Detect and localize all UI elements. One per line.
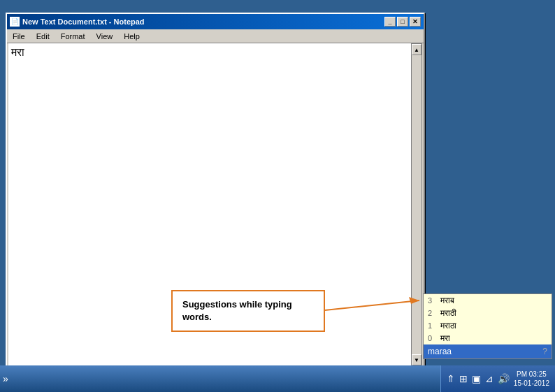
tray-arrows-icon: ⇑ [447, 373, 455, 384]
suggestion-item-0[interactable]: 0 मरा [424, 332, 552, 344]
suggestion-input-row[interactable]: maraa ? [424, 344, 552, 358]
suggestion-item-1[interactable]: 1 मराठा [424, 319, 552, 332]
svg-line-0 [318, 300, 419, 311]
menu-file[interactable]: File [10, 31, 28, 41]
suggestion-panel: 3 मराब 2 मराठी 1 मराठा 0 मरा maraa ? [423, 293, 552, 359]
callout-text: Suggestions while typing words. [182, 299, 292, 322]
title-buttons: _ □ ✕ [384, 17, 421, 27]
scroll-down-button[interactable]: ▼ [412, 354, 421, 365]
suggestion-num-2: 2 [428, 309, 436, 317]
suggestion-num-1: 1 [428, 321, 436, 330]
suggestion-item-3[interactable]: 3 मराब [424, 294, 552, 307]
suggestion-input-text: maraa [428, 347, 452, 356]
arrow-indicator [318, 293, 430, 328]
svg-marker-1 [409, 297, 419, 304]
suggestion-item-2[interactable]: 2 मराठी [424, 307, 552, 319]
system-clock: PM 03:25 15-01-2012 [514, 370, 549, 388]
restore-button[interactable]: □ [397, 17, 408, 27]
suggestion-word-3: मराब [440, 296, 454, 305]
tray-network-icon: ⊿ [485, 373, 493, 384]
notepad-icon: 📄 [10, 17, 20, 27]
clock-date: 15-01-2012 [514, 379, 549, 388]
menu-edit[interactable]: Edit [34, 31, 52, 41]
suggestion-word-0: मरा [440, 333, 450, 343]
menu-format[interactable]: Format [58, 31, 88, 41]
system-tray: ⇑ ⊞ ▣ ⊿ 🔊 PM 03:25 15-01-2012 [440, 365, 555, 392]
editor-content: मरा [11, 46, 24, 58]
clock-time: PM 03:25 [517, 370, 547, 379]
callout-box: Suggestions while typing words. [171, 290, 325, 332]
suggestion-word-2: मराठी [440, 308, 456, 318]
title-bar-left: 📄 New Text Document.txt - Notepad [10, 17, 145, 27]
suggestion-word-1: मराठा [440, 321, 456, 331]
scroll-up-button[interactable]: ▲ [412, 44, 421, 55]
menu-help[interactable]: Help [121, 31, 143, 41]
suggestion-num-0: 0 [428, 334, 436, 342]
tray-signal-icon: ▣ [472, 373, 481, 384]
taskbar-show-desktop[interactable]: » [3, 373, 8, 384]
tray-window-icon: ⊞ [459, 373, 468, 384]
suggestion-num-3: 3 [428, 296, 436, 305]
menu-bar: File Edit Format View Help [7, 29, 424, 43]
suggestion-help-icon: ? [542, 347, 547, 356]
tray-volume-icon: 🔊 [498, 373, 510, 384]
menu-view[interactable]: View [94, 31, 116, 41]
window-title: New Text Document.txt - Notepad [22, 17, 145, 26]
minimize-button[interactable]: _ [384, 17, 396, 27]
taskbar: » ⇑ ⊞ ▣ ⊿ 🔊 PM 03:25 15-01-2012 [0, 365, 555, 392]
close-button[interactable]: ✕ [410, 17, 421, 27]
title-bar: 📄 New Text Document.txt - Notepad _ □ ✕ [7, 14, 424, 29]
